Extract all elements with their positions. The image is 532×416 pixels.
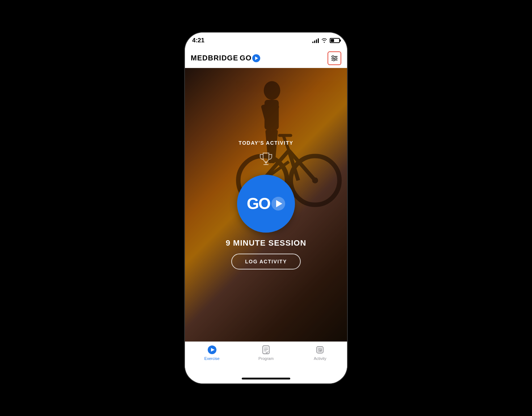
logo-play-triangle-icon [255,56,258,60]
logo-go-text: GO [240,54,252,62]
filter-sliders-icon [330,54,338,62]
filter-button[interactable] [328,51,341,65]
main-content: TODAY'S ACTIVITY GO [185,68,347,341]
go-button-text: GO [247,195,270,213]
log-activity-button[interactable]: LOG ACTIVITY [231,254,300,269]
home-indicator [242,378,290,379]
program-tab-icon [261,345,271,355]
app-logo: MEDBRIDGE GO [191,54,260,62]
status-bar: 4:21 [185,33,347,48]
status-time: 4:21 [192,37,204,44]
go-start-button[interactable]: GO [237,175,295,233]
signal-bars-icon [312,38,319,43]
go-play-icon [271,197,285,211]
status-icons [312,38,340,44]
tab-activity[interactable]: Activity [293,345,347,361]
exercise-tab-icon [207,345,217,355]
wifi-icon [321,38,328,44]
logo-go: GO [240,54,260,62]
activity-tab-icon [315,345,325,355]
battery-icon [330,38,340,43]
program-tab-label: Program [258,356,274,361]
tab-program[interactable]: Program [239,345,293,361]
activity-tab-label: Activity [314,356,326,361]
trophy-icon [258,152,274,169]
phone-frame: 4:21 MEDBRIDGE [185,33,347,383]
tab-bar: Exercise Program Activity [185,341,347,373]
logo-medbridge-text: MEDBRIDGE [191,54,238,62]
svg-point-5 [333,59,335,61]
tab-exercise[interactable]: Exercise [185,345,239,361]
activity-content: TODAY'S ACTIVITY GO [185,68,347,341]
exercise-tab-label: Exercise [204,356,220,361]
app-header: MEDBRIDGE GO [185,48,347,68]
session-label: 9 MINUTE SESSION [226,238,307,248]
logo-play-button [252,54,260,62]
svg-point-4 [335,57,337,59]
todays-activity-label: TODAY'S ACTIVITY [238,140,293,146]
svg-point-3 [332,55,334,57]
svg-rect-25 [317,347,323,353]
